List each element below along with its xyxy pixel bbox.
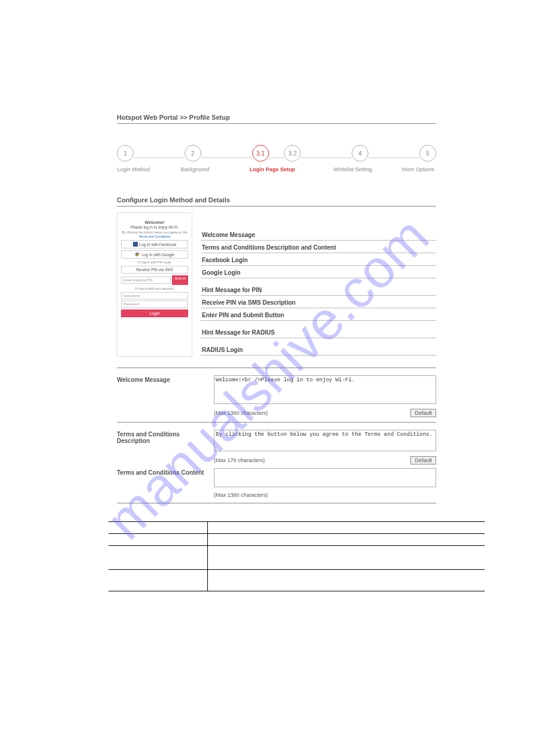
step-label-active: Login Page Setup (240, 166, 306, 172)
step-line (269, 157, 284, 158)
welcome-message-textarea[interactable] (214, 375, 436, 404)
option-terms-conditions[interactable]: Terms and Conditions Description and Con… (201, 242, 436, 253)
table-row (108, 534, 485, 546)
tc-description-textarea[interactable] (214, 430, 436, 451)
options-list: Welcome Message Terms and Conditions Des… (201, 212, 436, 357)
step-2[interactable]: 2 (185, 145, 201, 162)
tc-description-default-button[interactable]: Default (410, 456, 436, 464)
facebook-icon (133, 242, 138, 247)
option-hint-radius[interactable]: Hint Message for RADIUS (201, 327, 436, 338)
divider (117, 368, 436, 368)
welcome-default-button[interactable]: Default (410, 409, 436, 417)
description-table (108, 521, 485, 591)
preview-login-button[interactable]: Login (121, 309, 188, 317)
preview-welcome: Welcome! (121, 220, 188, 224)
google-icon (135, 252, 140, 257)
welcome-message-row: Welcome Message (Max 1360 characters) De… (117, 375, 436, 417)
step-circle-active: 3.1 (252, 145, 269, 162)
table-cell (207, 534, 485, 546)
option-google-login[interactable]: Google Login (201, 267, 436, 278)
breadcrumb: Hotspot Web Portal >> Profile Setup (117, 114, 436, 121)
preview-google-button[interactable]: Log In with Google (121, 250, 188, 259)
option-gap (201, 339, 436, 344)
step-line (201, 157, 252, 158)
preview-pin-input[interactable]: Enter Existing PIN (121, 277, 171, 284)
preview-tc-link[interactable]: Terms and Conditions (121, 235, 188, 238)
step-line (301, 157, 352, 158)
option-welcome-message[interactable]: Welcome Message (201, 229, 436, 241)
step-3-1[interactable]: 3.1 (252, 145, 269, 162)
table-cell (207, 546, 485, 570)
progress-stepper: 1 2 3.1 3.2 4 5 (117, 145, 436, 162)
step-4[interactable]: 4 (352, 145, 368, 162)
divider (117, 123, 436, 124)
form-block: Welcome Message (Max 1360 characters) De… (117, 375, 436, 503)
tc-content-row: Terms and Conditions Content (Max 1360 c… (117, 468, 436, 498)
preview-facebook-button[interactable]: Log In with Facebook (121, 240, 188, 248)
divider (117, 422, 436, 423)
step-5[interactable]: 5 (419, 145, 436, 162)
step-circle: 5 (419, 145, 436, 162)
step-circle: 2 (185, 145, 201, 162)
preview-or-account: Or log in with your account. (121, 287, 188, 290)
table-row (108, 546, 485, 570)
step-3-2[interactable]: 3.2 (284, 145, 301, 162)
step-label: More Options (400, 166, 436, 172)
preview-submit-button[interactable]: Submit (172, 275, 188, 285)
tc-description-label: Terms and Conditions Description (117, 430, 207, 444)
table-cell (108, 570, 207, 591)
step-circle: 4 (352, 145, 368, 162)
option-gap (201, 322, 436, 327)
option-hint-pin[interactable]: Hint Message for PIN (201, 284, 436, 296)
tc-description-row: Terms and Conditions Description (Max 17… (117, 430, 436, 464)
step-circle: 1 (117, 145, 134, 162)
step-label: Login Method (117, 166, 150, 172)
option-gap (201, 280, 436, 284)
preview-subtitle: Please log in to enjoy Wi-Fi. (121, 225, 188, 229)
option-enter-pin-submit[interactable]: Enter PIN and Submit Button (201, 309, 436, 321)
step-1[interactable]: 1 (117, 145, 134, 162)
table-row (108, 522, 485, 534)
divider (117, 206, 436, 207)
tc-content-hint: (Max 1360 characters) (214, 492, 268, 498)
preview-or-pin: Or log in with PIN code. (121, 260, 188, 264)
preview-tc-prefix: By clicking the button below you agree t… (121, 230, 188, 234)
step-circle: 3.2 (284, 145, 301, 162)
tc-content-label: Terms and Conditions Content (117, 468, 207, 476)
section-title: Configure Login Method and Details (117, 196, 436, 204)
tc-content-textarea[interactable] (214, 468, 436, 487)
step-label: Whitelist Setting (329, 166, 377, 172)
preview-password-input[interactable]: Password (121, 300, 188, 308)
table-row (108, 570, 485, 591)
facebook-label: Log In with Facebook (140, 242, 177, 247)
option-radius-login[interactable]: RADIUS Login (201, 344, 436, 356)
step-label: Background (174, 166, 216, 172)
step-line (134, 157, 185, 158)
step-labels: Login Method Background Login Page Setup… (117, 166, 436, 172)
option-facebook-login[interactable]: Facebook Login (201, 254, 436, 266)
google-label: Log In with Google (141, 253, 174, 257)
divider (117, 503, 436, 503)
config-row: Welcome! Please log in to enjoy Wi-Fi. B… (117, 212, 436, 357)
welcome-message-hint: (Max 1360 characters) (214, 410, 268, 416)
table-cell (108, 534, 207, 546)
welcome-message-label: Welcome Message (117, 375, 207, 383)
login-preview-panel: Welcome! Please log in to enjoy Wi-Fi. B… (117, 212, 192, 357)
table-cell (207, 570, 485, 591)
page: Hotspot Web Portal >> Profile Setup 1 2 … (0, 0, 535, 591)
preview-username-input[interactable]: Username (121, 292, 188, 299)
table-cell (108, 546, 207, 570)
preview-receive-pin-button[interactable]: Receive PIN via SMS (121, 266, 188, 274)
step-line (368, 157, 419, 158)
table-cell (108, 522, 207, 534)
tc-description-hint: (Max 170 characters) (214, 457, 265, 463)
table-cell (207, 522, 485, 534)
option-receive-pin-sms[interactable]: Receive PIN via SMS Description (201, 297, 436, 308)
